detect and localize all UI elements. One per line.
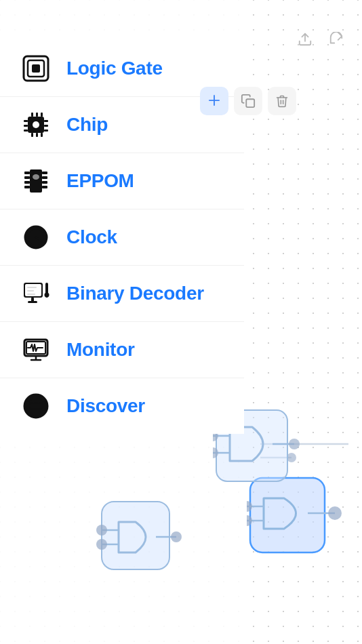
upload-icon[interactable] bbox=[293, 27, 317, 52]
chip-icon bbox=[20, 109, 52, 140]
svg-point-67 bbox=[328, 506, 342, 520]
svg-rect-4 bbox=[32, 64, 40, 73]
toolbar bbox=[293, 27, 348, 52]
binary-decoder-icon bbox=[20, 278, 52, 309]
clock-icon bbox=[20, 222, 52, 253]
menu-item-discover[interactable]: Discover bbox=[0, 378, 244, 434]
svg-rect-14 bbox=[41, 113, 43, 117]
svg-rect-25 bbox=[42, 181, 47, 184]
svg-rect-1 bbox=[246, 99, 254, 107]
svg-rect-26 bbox=[42, 186, 47, 188]
svg-rect-46 bbox=[27, 294, 35, 295]
menu-item-binary-decoder[interactable]: Binary Decoder bbox=[0, 266, 244, 322]
svg-point-59 bbox=[96, 539, 107, 550]
svg-rect-27 bbox=[30, 169, 42, 193]
svg-rect-6 bbox=[24, 120, 28, 122]
svg-rect-45 bbox=[27, 290, 34, 291]
svg-rect-41 bbox=[28, 301, 37, 303]
svg-point-28 bbox=[33, 174, 39, 180]
svg-rect-7 bbox=[24, 125, 28, 127]
svg-point-33 bbox=[35, 237, 37, 239]
context-menu bbox=[200, 87, 296, 115]
svg-rect-9 bbox=[44, 120, 48, 122]
move-button[interactable] bbox=[200, 87, 228, 115]
clock-label: Clock bbox=[66, 226, 117, 248]
svg-point-60 bbox=[171, 531, 182, 542]
svg-rect-21 bbox=[24, 181, 30, 184]
svg-point-18 bbox=[33, 121, 39, 128]
svg-rect-16 bbox=[36, 133, 38, 137]
svg-rect-10 bbox=[44, 125, 48, 127]
svg-rect-20 bbox=[24, 176, 30, 179]
svg-point-74 bbox=[289, 439, 300, 449]
copy-button[interactable] bbox=[234, 87, 262, 115]
svg-rect-54 bbox=[102, 502, 169, 569]
svg-rect-11 bbox=[44, 129, 48, 132]
menu-item-monitor[interactable]: Monitor bbox=[0, 322, 244, 378]
svg-rect-17 bbox=[41, 133, 43, 137]
circuit-gate-1 bbox=[88, 488, 190, 590]
svg-rect-8 bbox=[24, 129, 28, 132]
binary-decoder-label: Binary Decoder bbox=[66, 283, 204, 304]
svg-rect-23 bbox=[42, 172, 47, 174]
redo-icon[interactable] bbox=[324, 27, 348, 52]
discover-icon bbox=[20, 390, 52, 422]
svg-rect-12 bbox=[31, 113, 33, 117]
discover-label: Discover bbox=[66, 395, 145, 417]
menu-item-clock[interactable]: Clock bbox=[0, 209, 244, 266]
svg-rect-19 bbox=[24, 172, 30, 174]
logic-gate-icon bbox=[20, 53, 52, 84]
chip-label: Chip bbox=[66, 114, 108, 136]
svg-rect-13 bbox=[36, 113, 38, 117]
svg-rect-15 bbox=[31, 133, 33, 137]
eppom-icon bbox=[20, 165, 52, 197]
svg-point-58 bbox=[96, 525, 107, 536]
monitor-icon bbox=[20, 334, 52, 365]
svg-rect-44 bbox=[27, 287, 37, 288]
svg-point-43 bbox=[45, 293, 49, 298]
menu-item-eppom[interactable]: EPPOM bbox=[0, 153, 244, 209]
logic-gate-label: Logic Gate bbox=[66, 58, 163, 79]
delete-button[interactable] bbox=[268, 87, 296, 115]
monitor-label: Monitor bbox=[66, 339, 135, 361]
eppom-label: EPPOM bbox=[66, 170, 134, 192]
svg-rect-22 bbox=[24, 186, 30, 188]
svg-rect-24 bbox=[42, 176, 47, 179]
